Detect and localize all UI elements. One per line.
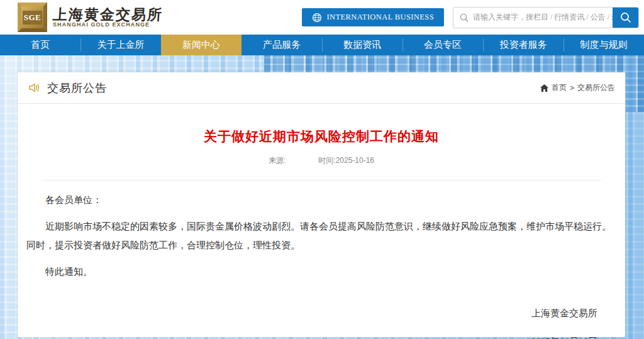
search-icon xyxy=(453,8,473,28)
sge-logo-mark-icon: SGE xyxy=(18,3,47,32)
article-body: 各会员单位： 近期影响市场不稳定的因素较多，国际贵金属价格波动剧烈。请各会员提高… xyxy=(26,191,616,281)
logo-abbr: SGE xyxy=(23,11,43,25)
nav-item-products[interactable]: 产品服务 xyxy=(242,35,322,55)
breadcrumb-home-link[interactable]: 首页 xyxy=(552,82,567,93)
announcement-speaker-icon xyxy=(28,81,41,94)
search-submit-icon xyxy=(619,11,632,24)
signature-name: 上海黄金交易所 xyxy=(26,308,597,320)
nav-item-investor-services[interactable]: 投资者服务 xyxy=(483,35,564,55)
breadcrumb-separator: > xyxy=(570,84,574,92)
breadcrumb-current-link[interactable]: 交易所公告 xyxy=(577,82,615,93)
article-time-label: 时间:2025-10-16 xyxy=(318,156,374,165)
home-icon xyxy=(540,84,548,92)
main-nav: 首页 关于上金所 新闻中心 产品服务 数据资讯 会员专区 投资者服务 制度与规则 xyxy=(0,35,644,55)
article: 关于做好近期市场风险控制工作的通知 来源:时间:2025-10-16 各会员单位… xyxy=(18,128,625,339)
article-paragraph: 近期影响市场不稳定的因素较多，国际贵金属价格波动剧烈。请各会员提高风险防范意识，… xyxy=(26,217,616,255)
nav-item-rules[interactable]: 制度与规则 xyxy=(564,35,644,55)
article-paragraph: 各会员单位： xyxy=(26,191,616,209)
logo-title-cn: 上海黄金交易所 xyxy=(52,7,164,22)
article-source-label: 来源: xyxy=(269,156,286,165)
sge-logo[interactable]: SGE 上海黄金交易所 SHANGHAI GOLD EXCHANGE xyxy=(18,3,163,32)
breadcrumb: 首页 > 交易所公告 xyxy=(540,82,615,93)
logo-title-en: SHANGHAI GOLD EXCHANGE xyxy=(53,22,163,28)
section-title-label: 交易所公告 xyxy=(47,81,107,96)
logo-text: 上海黄金交易所 SHANGHAI GOLD EXCHANGE xyxy=(53,7,163,28)
top-header: SGE 上海黄金交易所 SHANGHAI GOLD EXCHANGE INTER… xyxy=(0,0,644,35)
nav-item-about[interactable]: 关于上金所 xyxy=(80,35,161,55)
search-bar xyxy=(453,7,639,28)
header-actions: INTERNATIONAL BUSINESS xyxy=(302,7,640,28)
section-header: 交易所公告 首页 > 交易所公告 xyxy=(18,72,625,104)
globe-icon xyxy=(312,13,322,23)
search-submit-button[interactable] xyxy=(613,8,638,28)
nav-item-home[interactable]: 首页 xyxy=(0,35,80,55)
signature-date: 2025年10月16日 xyxy=(26,336,597,339)
article-paragraph: 特此通知。 xyxy=(26,262,616,281)
article-meta: 来源:时间:2025-10-16 xyxy=(26,155,616,166)
section-title: 交易所公告 xyxy=(28,81,107,96)
international-business-label: INTERNATIONAL BUSINESS xyxy=(327,13,435,22)
nav-item-members[interactable]: 会员专区 xyxy=(402,35,483,55)
search-input[interactable] xyxy=(473,8,613,28)
nav-item-news[interactable]: 新闻中心 xyxy=(161,35,242,55)
meta-divider xyxy=(42,180,601,181)
article-title: 关于做好近期市场风险控制工作的通知 xyxy=(26,128,616,145)
signature-block: 上海黄金交易所 2025年10月16日 xyxy=(26,308,616,339)
international-business-button[interactable]: INTERNATIONAL BUSINESS xyxy=(302,8,445,26)
content-card: 交易所公告 首页 > 交易所公告 关于做好近期市场风险控制工作的通知 来源:时间… xyxy=(18,72,625,337)
nav-item-data[interactable]: 数据资讯 xyxy=(322,35,402,55)
